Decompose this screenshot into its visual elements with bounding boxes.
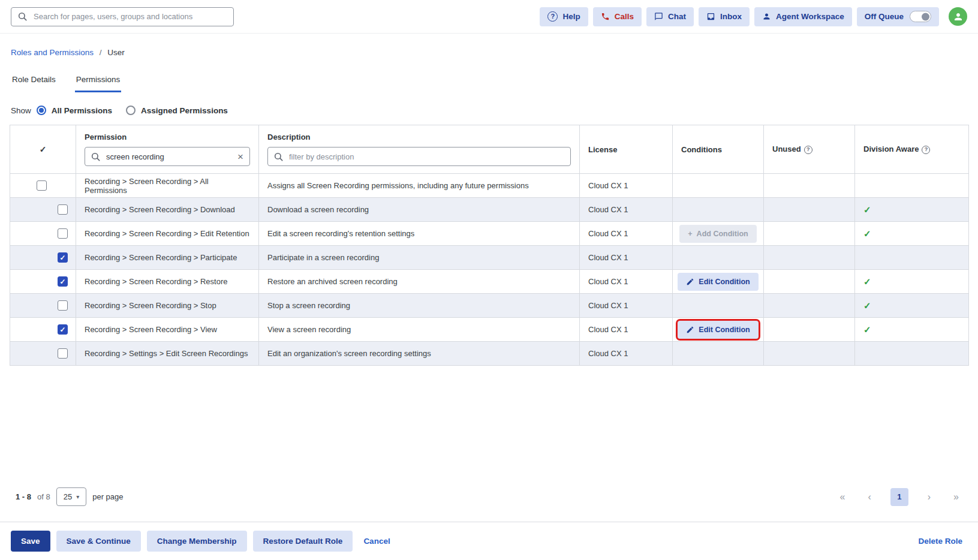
global-search[interactable] [11, 7, 234, 26]
header-check-icon: ✓ [40, 144, 47, 154]
tab-role-details[interactable]: Role Details [11, 75, 57, 92]
agent-workspace-button[interactable]: Agent Workspace [754, 7, 852, 26]
add-condition-label: Add Condition [697, 230, 748, 238]
permissions-table-body: Recording > Screen Recording > All Permi… [10, 174, 969, 366]
plus-icon: + [688, 230, 692, 238]
description-filter[interactable] [267, 147, 571, 166]
pagination-left: 1 - 8 of 8 25 ▾ per page [16, 487, 124, 506]
global-search-input[interactable] [32, 11, 227, 22]
per-page-label: per page [92, 492, 123, 501]
edit-condition-button[interactable]: Edit Condition [678, 273, 758, 291]
help-button[interactable]: ? Help [540, 7, 588, 26]
inbox-label: Inbox [720, 12, 742, 21]
avatar-person-icon [953, 11, 964, 22]
row-checkbox[interactable]: ✓ [58, 324, 68, 335]
tab-bar: Role Details Permissions [0, 57, 978, 92]
header-division-aware: Division Aware? [855, 125, 969, 174]
table-row: Recording > Screen Recording > DownloadD… [10, 198, 969, 222]
pagination: 1 - 8 of 8 25 ▾ per page « ‹ 1 › » [0, 487, 978, 506]
row-checkbox[interactable] [37, 180, 47, 191]
next-page-button[interactable]: › [924, 491, 934, 503]
edit-condition-button[interactable]: Edit Condition [678, 321, 758, 339]
toggle-knob [922, 13, 929, 20]
division-aware-check-icon: ✓ [863, 276, 871, 287]
description-cell: Edit an organization's screen recording … [259, 342, 580, 366]
unused-help-icon[interactable]: ? [804, 146, 813, 154]
permission-filter-input[interactable] [105, 152, 233, 162]
header-permission: Permission × [76, 125, 259, 174]
table-row: Recording > Screen Recording > Edit Rete… [10, 222, 969, 246]
division-aware-check-icon: ✓ [863, 204, 871, 215]
permission-cell: Recording > Screen Recording > Edit Rete… [76, 222, 259, 246]
select-cell: ✓ [10, 318, 76, 342]
page-size-select[interactable]: 25 ▾ [56, 487, 87, 506]
search-icon [91, 152, 100, 161]
division-aware-cell: ✓ [855, 270, 969, 294]
unused-cell [764, 198, 855, 222]
user-avatar[interactable] [949, 7, 967, 26]
row-checkbox[interactable]: ✓ [58, 252, 68, 263]
add-condition-button[interactable]: +Add Condition [679, 225, 756, 243]
row-checkbox[interactable] [58, 348, 68, 359]
calls-button[interactable]: Calls [593, 7, 642, 26]
row-checkbox[interactable] [58, 204, 68, 215]
delete-role-button[interactable]: Delete Role [913, 531, 967, 552]
unused-cell [764, 222, 855, 246]
conditions-cell: +Add Condition [673, 222, 764, 246]
unused-cell [764, 246, 855, 270]
current-page-button[interactable]: 1 [890, 488, 908, 506]
permissions-table: ✓ Permission × Description L [10, 125, 969, 366]
previous-page-button[interactable]: ‹ [864, 491, 874, 503]
permission-cell: Recording > Screen Recording > Download [76, 198, 259, 222]
search-icon [274, 152, 283, 161]
row-checkbox[interactable] [58, 228, 68, 239]
radio-assigned-permissions[interactable] [126, 106, 136, 115]
radio-all-permissions[interactable] [37, 106, 46, 115]
permission-cell: Recording > Screen Recording > Restore [76, 270, 259, 294]
restore-default-role-button[interactable]: Restore Default Role [253, 531, 353, 552]
content-spacer [0, 366, 978, 487]
permission-filter[interactable]: × [85, 147, 250, 166]
description-filter-input[interactable] [288, 152, 564, 162]
select-cell: ✓ [10, 270, 76, 294]
license-cell: Cloud CX 1 [580, 318, 673, 342]
division-aware-help-icon[interactable]: ? [922, 146, 930, 154]
off-queue-button[interactable]: Off Queue [857, 7, 939, 26]
off-queue-toggle[interactable] [910, 11, 931, 22]
table-row: ✓Recording > Screen Recording > Particip… [10, 246, 969, 270]
first-page-button[interactable]: « [836, 491, 849, 503]
clear-filter-icon[interactable]: × [237, 152, 243, 162]
unused-cell [764, 318, 855, 342]
division-aware-check-icon: ✓ [863, 228, 871, 239]
select-cell: ✓ [10, 246, 76, 270]
conditions-cell: Edit Condition [673, 318, 764, 342]
select-cell [10, 342, 76, 366]
assigned-permissions-label[interactable]: Assigned Permissions [141, 106, 228, 115]
cancel-button[interactable]: Cancel [359, 531, 395, 552]
table-row: Recording > Screen Recording > All Permi… [10, 174, 969, 198]
save-continue-button[interactable]: Save & Continue [56, 531, 141, 552]
row-checkbox[interactable] [58, 300, 68, 311]
conditions-cell [673, 342, 764, 366]
row-checkbox[interactable]: ✓ [58, 276, 68, 287]
table-row: ✓Recording > Screen Recording > ViewView… [10, 318, 969, 342]
breadcrumb-current: User [107, 48, 125, 57]
tab-permissions[interactable]: Permissions [75, 75, 122, 92]
change-membership-button[interactable]: Change Membership [147, 531, 247, 552]
save-button[interactable]: Save [11, 531, 50, 552]
division-aware-check-icon: ✓ [863, 324, 871, 335]
help-icon: ? [547, 11, 558, 22]
chat-icon [654, 12, 663, 21]
person-icon [762, 12, 771, 21]
select-cell [10, 198, 76, 222]
chat-button[interactable]: Chat [646, 7, 694, 26]
division-aware-cell: ✓ [855, 294, 969, 318]
description-cell: Restore an archived screen recording [259, 270, 580, 294]
table-row: Recording > Screen Recording > StopStop … [10, 294, 969, 318]
inbox-button[interactable]: Inbox [699, 7, 750, 26]
last-page-button[interactable]: » [950, 491, 962, 503]
topbar-actions: ? Help Calls Chat Inbox Agent Workspace … [540, 7, 967, 26]
all-permissions-label[interactable]: All Permissions [52, 106, 112, 115]
breadcrumb-roles-permissions-link[interactable]: Roles and Permissions [11, 48, 94, 57]
header-description: Description [259, 125, 580, 174]
